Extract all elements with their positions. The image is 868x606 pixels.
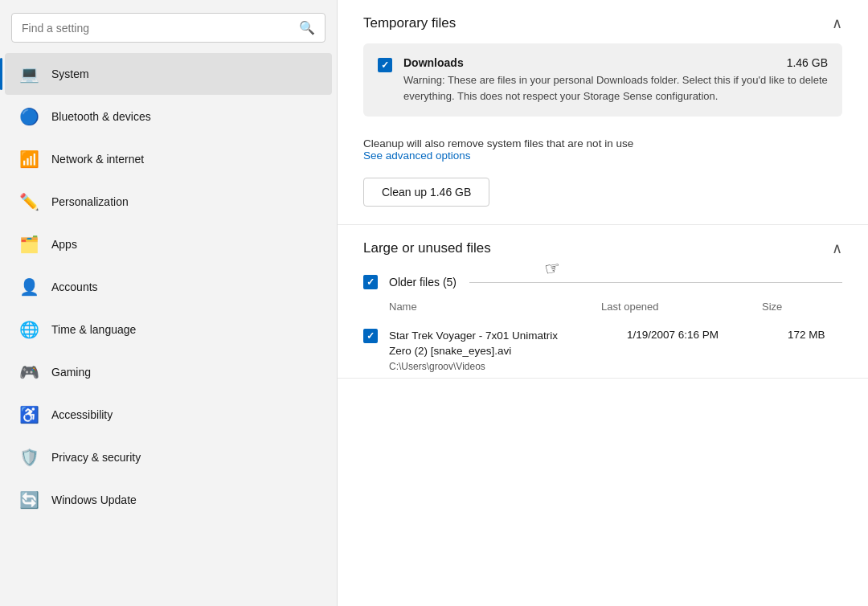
temporary-files-section: Temporary files ∧ Downloads 1.46 GB Warn… xyxy=(338,0,868,225)
temp-files-collapse-icon[interactable]: ∧ xyxy=(832,14,842,32)
accessibility-icon: ♿ xyxy=(19,405,39,424)
accounts-icon: 👤 xyxy=(19,277,39,297)
sidebar-item-accessibility[interactable]: ♿Accessibility xyxy=(5,394,332,436)
large-files-title: Large or unused files xyxy=(363,240,491,256)
files-table-header: Name Last opened Size xyxy=(389,296,842,317)
nav-list: 💻System🔵Bluetooth & devices📶Network & in… xyxy=(0,52,337,522)
sidebar-item-label-personalization: Personalization xyxy=(51,195,129,208)
network-icon: 📶 xyxy=(19,149,39,169)
file-last-opened: 1/19/2007 6:16 PM xyxy=(627,329,788,375)
sidebar-item-system[interactable]: 💻System xyxy=(5,53,332,95)
cleanup-button-wrap: Clean up 1.46 GB xyxy=(338,166,868,224)
search-input[interactable] xyxy=(22,22,293,35)
temp-files-header: Temporary files ∧ xyxy=(338,0,868,43)
apps-icon: 🗂️ xyxy=(19,235,39,254)
sidebar-item-label-time: Time & language xyxy=(51,323,136,336)
temp-files-title: Temporary files xyxy=(363,15,456,31)
sidebar-item-time[interactable]: 🌐Time & language xyxy=(5,309,332,350)
large-files-header: Large or unused files ∧ xyxy=(338,225,868,268)
file-name: Star Trek Voyager - 7x01 Unimatrix Zero … xyxy=(389,329,627,375)
downloads-checkbox-wrap xyxy=(378,58,392,72)
downloads-card: Downloads 1.46 GB Warning: These are fil… xyxy=(363,43,842,117)
sidebar-item-gaming[interactable]: 🎮Gaming xyxy=(5,351,332,393)
older-files-row: Older files (5) xyxy=(338,268,868,293)
downloads-size: 1.46 GB xyxy=(787,56,828,69)
sidebar-item-label-apps: Apps xyxy=(51,238,77,251)
time-icon: 🌐 xyxy=(19,320,39,339)
sidebar-item-network[interactable]: 📶Network & internet xyxy=(5,138,332,180)
sidebar-item-apps[interactable]: 🗂️Apps xyxy=(5,223,332,265)
col-last-opened-header: Last opened xyxy=(601,301,762,313)
file-checkbox[interactable] xyxy=(363,329,378,343)
cleanup-button[interactable]: Clean up 1.46 GB xyxy=(363,178,489,207)
downloads-checkbox[interactable] xyxy=(378,58,392,72)
gaming-icon: 🎮 xyxy=(19,362,39,382)
sidebar-item-label-privacy: Privacy & security xyxy=(51,451,141,464)
main-content: Temporary files ∧ Downloads 1.46 GB Warn… xyxy=(338,0,868,606)
sidebar-item-label-accessibility: Accessibility xyxy=(51,408,113,421)
col-name-header: Name xyxy=(389,301,601,313)
downloads-top-row: Downloads 1.46 GB xyxy=(403,56,828,69)
sidebar-item-accounts[interactable]: 👤Accounts xyxy=(5,266,332,308)
sidebar-item-label-update: Windows Update xyxy=(51,493,137,506)
large-files-collapse-icon[interactable]: ∧ xyxy=(832,240,842,257)
col-size-header: Size xyxy=(762,301,842,313)
separator xyxy=(469,282,842,283)
update-icon: 🔄 xyxy=(19,490,39,510)
system-icon: 💻 xyxy=(19,64,39,84)
cleanup-note: Cleanup will also remove system files th… xyxy=(338,131,868,166)
downloads-label: Downloads xyxy=(403,56,464,69)
older-files-checkbox[interactable] xyxy=(363,275,378,289)
search-icon: 🔍 xyxy=(299,20,315,35)
file-size: 172 MB xyxy=(788,329,868,375)
downloads-description: Warning: These are files in your persona… xyxy=(403,72,828,104)
file-row: Star Trek Voyager - 7x01 Unimatrix Zero … xyxy=(338,324,868,378)
sidebar-item-label-network: Network & internet xyxy=(51,153,144,166)
privacy-icon: 🛡️ xyxy=(19,448,39,467)
sidebar-item-privacy[interactable]: 🛡️Privacy & security xyxy=(5,436,332,478)
personalization-icon: ✏️ xyxy=(19,192,39,211)
files-table: Name Last opened Size xyxy=(338,293,868,324)
bluetooth-icon: 🔵 xyxy=(19,107,39,126)
sidebar-item-label-system: System xyxy=(51,68,89,80)
sidebar-item-label-accounts: Accounts xyxy=(51,280,98,293)
older-files-label: Older files (5) xyxy=(389,276,842,289)
sidebar-item-label-gaming: Gaming xyxy=(51,366,91,379)
sidebar-item-bluetooth[interactable]: 🔵Bluetooth & devices xyxy=(5,96,332,137)
large-files-section: Large or unused files ∧ Older files (5) … xyxy=(338,225,868,379)
sidebar-item-personalization[interactable]: ✏️Personalization xyxy=(5,181,332,223)
sidebar-item-label-bluetooth: Bluetooth & devices xyxy=(51,110,151,123)
file-row-inner: Star Trek Voyager - 7x01 Unimatrix Zero … xyxy=(389,329,868,375)
see-advanced-link[interactable]: See advanced options xyxy=(363,149,471,162)
sidebar: 🔍 💻System🔵Bluetooth & devices📶Network & … xyxy=(0,0,338,606)
downloads-info: Downloads 1.46 GB Warning: These are fil… xyxy=(403,56,828,104)
sidebar-item-update[interactable]: 🔄Windows Update xyxy=(5,479,332,521)
search-bar[interactable]: 🔍 xyxy=(11,13,326,43)
